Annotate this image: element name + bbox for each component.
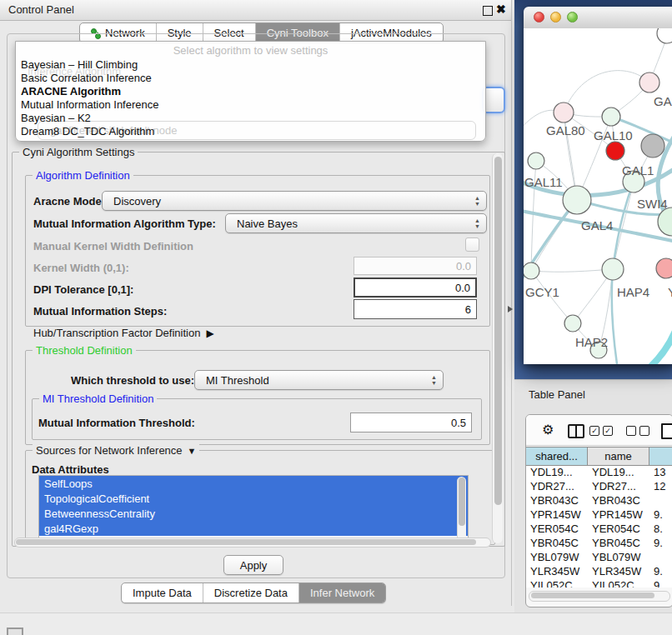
cyni-bottom-tabs: Impute Data Discretize Data Infer Networ… xyxy=(121,582,386,603)
menu-item-aracne[interactable]: ARACNE Algorithm xyxy=(21,85,121,98)
document-icon[interactable] xyxy=(661,423,672,439)
list-item[interactable]: TopologicalCoefficient xyxy=(39,491,468,506)
node-label: GAL1 xyxy=(622,163,654,178)
combo-arrows-icon: ▲▼ xyxy=(474,218,480,229)
collapse-arrow-icon[interactable]: ▼ xyxy=(188,446,197,456)
control-panel-window: Control Panel ✖ Network Style Select Cyn… xyxy=(0,0,512,606)
gear-icon[interactable]: ⚙ xyxy=(542,422,554,438)
minimize-traffic-light-icon[interactable] xyxy=(550,12,561,22)
node-pink[interactable] xyxy=(656,258,672,278)
combo-arrows-icon: ▲▼ xyxy=(474,195,480,207)
node-label: SWI4 xyxy=(637,197,668,211)
node-swi4[interactable] xyxy=(658,208,672,236)
data-attributes-label: Data Attributes xyxy=(32,463,109,476)
attributes-list-scrollbar[interactable] xyxy=(457,477,466,542)
bottom-strip xyxy=(0,612,672,635)
tab-discretize-data[interactable]: Discretize Data xyxy=(203,583,298,602)
dropdown-prompt: Select algorithm to view settings xyxy=(16,44,485,57)
which-threshold-label: Which threshold to use: xyxy=(71,374,194,387)
settings-group-title: Cyni Algorithm Settings xyxy=(19,146,138,158)
network-window-titlebar xyxy=(524,7,672,29)
node-gray[interactable] xyxy=(641,134,664,158)
list-item[interactable]: SelfLoops xyxy=(39,476,468,491)
node-gcy1[interactable] xyxy=(524,262,539,279)
table-panel-region: Table Panel ⚙ ✓ ✓ shared... name A YDL19… xyxy=(514,379,672,635)
mi-threshold-field[interactable]: 0.5 xyxy=(350,412,472,432)
settings-horizontal-scrollbar[interactable] xyxy=(14,538,491,548)
menu-item-bayesian-hill-climbing[interactable]: Bayesian – Hill Climbing xyxy=(21,58,138,72)
node-hap4[interactable] xyxy=(602,258,624,280)
mi-threshold-group-title: MI Threshold Definition xyxy=(39,392,157,405)
minimized-panel-icon[interactable] xyxy=(7,628,23,635)
node-selected-red[interactable] xyxy=(606,142,624,160)
table-row[interactable]: YIL052CYIL052C9. xyxy=(526,579,672,588)
table-row[interactable]: YBR043CYBR043C xyxy=(526,494,672,508)
close-icon[interactable]: ✖ xyxy=(496,2,506,16)
table-row[interactable]: YDR27...YDR27...12 xyxy=(526,480,672,494)
close-traffic-light-icon[interactable] xyxy=(534,12,544,22)
manual-kernel-label: Manual Kernel Width Definition xyxy=(33,240,193,252)
table-row[interactable]: YBR045CYBR045C9. xyxy=(526,537,672,551)
node-gal11[interactable] xyxy=(528,152,544,169)
columns-icon[interactable] xyxy=(568,424,584,438)
algorithm-dropdown-popup: Select algorithm to view settings Infere… xyxy=(15,41,486,142)
settings-vertical-scrollbar[interactable] xyxy=(492,153,503,543)
zoom-traffic-light-icon[interactable] xyxy=(567,12,578,22)
aracne-mode-label: Aracne Mode: xyxy=(33,195,105,208)
table-toolbar: ⚙ ✓ ✓ xyxy=(526,415,672,446)
dpi-tolerance-field[interactable]: 0.0 xyxy=(354,278,477,298)
menu-item-mutual-information[interactable]: Mutual Information Inference xyxy=(21,98,158,112)
mi-steps-label: Mutual Information Steps: xyxy=(33,305,167,318)
float-window-icon[interactable] xyxy=(483,6,493,16)
table-row[interactable]: YER054CYER054C8. xyxy=(526,522,672,537)
deselect-all-icon[interactable] xyxy=(626,426,649,436)
column-header-name[interactable]: name xyxy=(588,447,649,466)
table-panel-title: Table Panel xyxy=(529,388,585,401)
table-row[interactable]: YBL079WYBL079W xyxy=(526,551,672,565)
table-row[interactable]: YPR145WYPR145W9. xyxy=(526,508,672,522)
node[interactable] xyxy=(639,72,659,92)
tab-impute-data[interactable]: Impute Data xyxy=(122,583,203,602)
tab-infer-network[interactable]: Infer Network xyxy=(298,583,385,602)
split-divider-arrow-icon[interactable] xyxy=(508,306,513,312)
mi-steps-field[interactable]: 6 xyxy=(354,299,477,319)
sources-group-title: Sources for Network Inference ▼ xyxy=(33,444,199,457)
menu-item-bayesian-k2[interactable]: Bayesian – K2 xyxy=(21,112,91,125)
manual-kernel-checkbox[interactable] xyxy=(465,238,479,252)
network-graph: GAL GAL80 GAL10 GAL11 GAL1 SWI4 GAL4 GCY… xyxy=(524,28,672,364)
node-label: Y xyxy=(668,285,672,299)
node-gal4[interactable] xyxy=(563,186,591,214)
mi-type-select[interactable]: Naive Bayes ▲▼ xyxy=(225,213,487,233)
mi-type-label: Mutual Information Algorithm Type: xyxy=(33,218,216,230)
select-all-icon[interactable]: ✓ ✓ xyxy=(589,426,613,436)
network-canvas[interactable]: GAL GAL80 GAL10 GAL11 GAL1 SWI4 GAL4 GCY… xyxy=(524,28,672,364)
table-row[interactable]: YDL19...YDL19...13 xyxy=(526,466,672,480)
column-header-shared-name[interactable]: shared... xyxy=(526,447,588,466)
which-threshold-select[interactable]: MI Threshold ▲▼ xyxy=(194,370,444,390)
apply-button[interactable]: Apply xyxy=(223,555,283,575)
data-attributes-list: SelfLoops TopologicalCoefficient Between… xyxy=(38,475,469,545)
control-panel-titlebar: Control Panel ✖ xyxy=(0,0,511,21)
node-label: GAL80 xyxy=(546,123,585,138)
node-label: GAL11 xyxy=(524,175,563,189)
list-item[interactable]: BetweennessCentrality xyxy=(39,506,468,521)
menu-item-basic-correlation[interactable]: Basic Correlation Inference xyxy=(21,72,152,85)
node-hap2[interactable] xyxy=(564,315,581,332)
mi-threshold-label: Mutual Information Threshold: xyxy=(38,417,195,429)
dpi-tolerance-label: DPI Tolerance [0,1]: xyxy=(33,283,133,296)
menu-item-dream8[interactable]: Dream8 DC_TDC Algorithm xyxy=(21,125,154,138)
node-gal80[interactable] xyxy=(554,102,574,122)
column-header-partial[interactable]: A xyxy=(649,447,672,466)
table-horizontal-scrollbar[interactable] xyxy=(529,591,670,602)
table-header-row: shared... name A xyxy=(526,447,672,466)
node-gal10[interactable] xyxy=(602,108,620,126)
node[interactable] xyxy=(657,28,672,43)
table-panel-window: ⚙ ✓ ✓ shared... name A YDL19...YDL19...1… xyxy=(525,414,672,608)
kernel-width-field[interactable]: 0.0 xyxy=(354,257,477,275)
list-item[interactable]: gal4RGexp xyxy=(39,521,468,536)
node-label: HAP4 xyxy=(617,285,649,299)
hub-factor-expander[interactable]: Hub/Transcription Factor Definition ▶ xyxy=(33,327,214,339)
table-row[interactable]: YLR345WYLR345W9. xyxy=(526,565,672,579)
node-label: GAL xyxy=(654,94,672,108)
aracne-mode-select[interactable]: Discovery ▲▼ xyxy=(102,191,487,211)
